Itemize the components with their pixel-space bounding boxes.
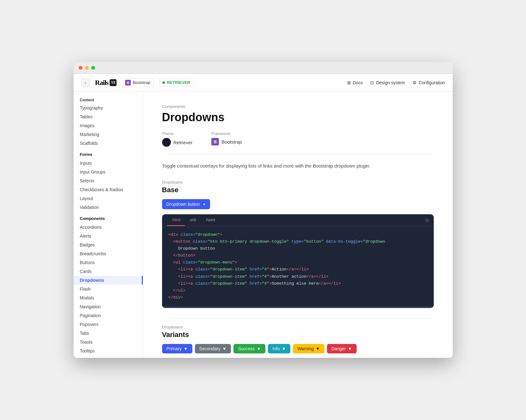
theme-meta-value: Retriever <box>162 138 193 147</box>
variant-primary-label: Primary <box>166 346 182 351</box>
sidebar-item-popovers[interactable]: Popovers <box>74 320 143 329</box>
base-tab-haml[interactable]: .haml <box>201 214 220 226</box>
theme-meta: Theme Retriever <box>162 132 193 147</box>
sidebar-item-typography[interactable]: Typography <box>74 104 143 112</box>
scrollbar[interactable] <box>162 306 434 308</box>
sidebar-item-modals[interactable]: Modals <box>74 293 143 302</box>
sidebar-item-dropdowns[interactable]: Dropdowns <box>74 276 143 285</box>
logo-text: Rails <box>95 79 109 87</box>
framework-label: Bootstrap <box>133 80 150 85</box>
copy-icon[interactable]: ⧉ <box>425 217 429 223</box>
bootstrap-icon: B <box>125 80 131 86</box>
code-line-8: <li><a class="dropdown-item" href="#">So… <box>168 280 427 287</box>
variant-warning-label: Warning <box>297 346 314 351</box>
logo-box: UI <box>110 79 117 86</box>
docs-icon: ⊞ <box>347 80 351 85</box>
section-divider <box>162 318 434 318</box>
sidebar-item-cards[interactable]: Cards <box>74 267 143 276</box>
design-system-icon: ⊡ <box>370 80 374 85</box>
variant-secondary-button[interactable]: Secondary ▼ <box>195 344 231 353</box>
docs-label: Docs <box>353 80 363 85</box>
theme-label: RETRIEVER <box>167 80 190 85</box>
sidebar-item-tabs[interactable]: Tabs <box>74 329 143 338</box>
framework-meta-value: B Bootstrap <box>211 138 242 145</box>
code-line-1: <div class="dropdown"> <box>168 231 427 238</box>
back-button[interactable]: ‹ <box>81 78 90 87</box>
sidebar-item-navigation[interactable]: Navigation <box>74 302 143 311</box>
sidebar-item-layout[interactable]: Layout <box>74 194 143 203</box>
base-code-tabs: .html .erb .haml ⧉ <box>162 214 434 226</box>
variant-danger-button[interactable]: Danger ▼ <box>327 344 357 353</box>
components-section-label: Components <box>74 214 143 223</box>
sidebar-item-inputs[interactable]: Inputs <box>74 159 143 168</box>
sidebar-item-tooltips[interactable]: Tooltips <box>74 346 143 355</box>
page-title: Dropdowns <box>162 111 434 124</box>
forms-section-label: Forms <box>74 150 143 159</box>
close-button[interactable] <box>79 66 82 70</box>
body: Content Typography Tables Images Marketi… <box>74 92 453 358</box>
main-content: Components Dropdowns Theme Retriever Fra… <box>143 92 453 358</box>
sidebar-item-tables[interactable]: Tables <box>74 112 143 121</box>
sidebar-item-selects[interactable]: Selects <box>74 176 143 185</box>
sidebar-item-accordions[interactable]: Accordions <box>74 223 143 232</box>
base-tab-html[interactable]: .html <box>167 214 185 226</box>
sidebar-item-marketing[interactable]: Marketing <box>74 130 143 139</box>
sidebar-item-alerts[interactable]: Alerts <box>74 232 143 240</box>
variants-section-title: Variants <box>162 331 434 339</box>
base-code-block: .html .erb .haml ⧉ <div class="dropdown"… <box>162 214 434 308</box>
content-section-label: Content <box>74 97 143 104</box>
variant-success-button[interactable]: Success ▼ <box>233 344 265 353</box>
code-line-2: <button class="btn btn-primary dropdown-… <box>168 238 427 245</box>
sidebar-item-flash[interactable]: Flash <box>74 285 143 293</box>
docs-nav-item[interactable]: ⊞ Docs <box>347 80 363 85</box>
variant-primary-button[interactable]: Primary ▼ <box>162 344 192 353</box>
base-tab-erb[interactable]: .erb <box>185 214 201 226</box>
theme-badge: RETRIEVER <box>159 79 194 86</box>
variant-danger-caret: ▼ <box>348 346 352 351</box>
base-section-title: Base <box>162 186 434 194</box>
page-description: Toggle contextual overlays for displayin… <box>162 162 434 170</box>
sidebar-item-checkboxes[interactable]: Checkboxes & Radios <box>74 185 143 194</box>
variant-info-label: Info <box>272 346 280 351</box>
theme-meta-label: Theme <box>162 132 193 136</box>
design-system-label: Design system <box>376 80 405 85</box>
retriever-dot-icon <box>162 138 171 147</box>
base-dropdown-label: Dropdown button <box>166 202 200 207</box>
code-line-6: <li><a class="dropdown-item" href="#">Ac… <box>168 266 427 273</box>
configuration-icon: ⚙ <box>413 80 417 85</box>
code-line-5: <ul class="dropdown-menu"> <box>168 259 427 266</box>
variant-warning-button[interactable]: Warning ▼ <box>293 344 324 353</box>
header: ‹ Rails UI B Bootstrap RETRIEVER ⊞ Docs <box>74 74 453 92</box>
code-line-7: <li><a class="dropdown-item" href="#">An… <box>168 273 427 280</box>
logo: Rails UI <box>95 79 117 87</box>
sidebar-item-images[interactable]: Images <box>74 121 143 130</box>
framework-meta-label: Framework <box>211 132 242 136</box>
variant-success-label: Success <box>238 346 255 351</box>
maximize-button[interactable] <box>91 66 95 70</box>
sidebar-item-buttons[interactable]: Buttons <box>74 258 143 267</box>
variant-success-caret: ▼ <box>257 346 261 351</box>
sidebar-item-pagination[interactable]: Pagination <box>74 311 143 320</box>
app: ‹ Rails UI B Bootstrap RETRIEVER ⊞ Docs <box>74 74 453 358</box>
configuration-nav-item[interactable]: ⚙ Configuration <box>413 80 445 85</box>
base-dropdown-button[interactable]: Dropdown button ▼ <box>162 199 210 209</box>
sidebar-item-validation[interactable]: Validation <box>74 203 143 212</box>
sidebar-item-badges[interactable]: Badges <box>74 240 143 249</box>
framework-badge: B Bootstrap <box>122 78 154 87</box>
variant-info-button[interactable]: Info ▼ <box>268 344 290 353</box>
theme-dot <box>162 81 165 84</box>
code-line-3: Dropdown button <box>168 245 427 252</box>
variant-secondary-label: Secondary <box>199 346 221 351</box>
sidebar-item-breadcrumbs[interactable]: Breadcrumbs <box>74 249 143 258</box>
minimize-button[interactable] <box>85 66 89 70</box>
app-window: ‹ Rails UI B Bootstrap RETRIEVER ⊞ Docs <box>74 62 453 358</box>
sidebar-item-toasts[interactable]: Toasts <box>74 338 143 346</box>
variant-secondary-caret: ▼ <box>222 346 227 351</box>
theme-meta-text: Retriever <box>173 140 193 145</box>
sidebar-item-scaffolds[interactable]: Scaffolds <box>74 139 143 148</box>
variant-primary-caret: ▼ <box>184 346 188 351</box>
design-system-nav-item[interactable]: ⊡ Design system <box>370 80 405 85</box>
bootstrap-badge-icon: B <box>211 138 219 145</box>
variants-section-label: Dropdowns <box>162 325 434 329</box>
sidebar-item-input-groups[interactable]: Input Groups <box>74 168 143 176</box>
